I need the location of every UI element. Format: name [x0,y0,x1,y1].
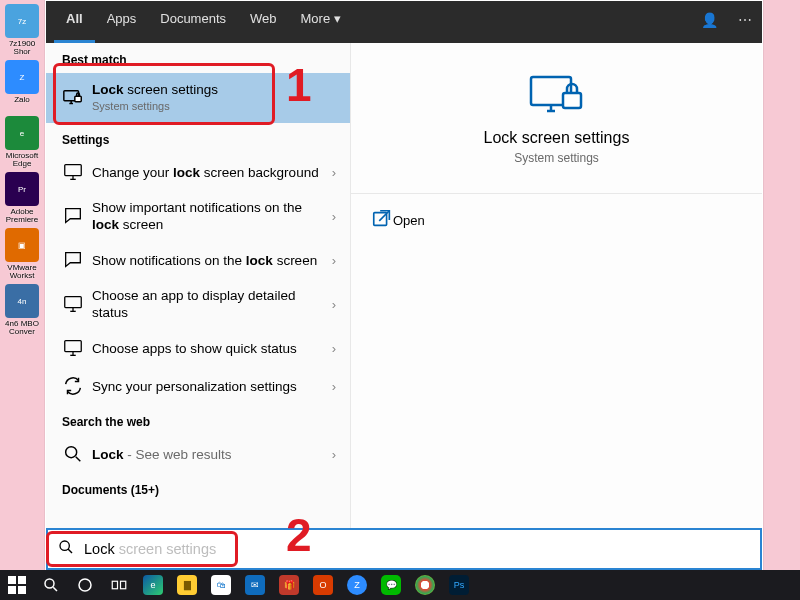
result-change-lock-bg[interactable]: Change your lock screen background › [46,153,350,191]
result-quick-status[interactable]: Choose apps to show quick status › [46,329,350,367]
tab-more[interactable]: More ▾ [289,1,353,43]
chevron-right-icon: › [328,209,340,224]
section-search-web: Search the web [46,405,350,435]
svg-rect-12 [8,586,16,594]
chevron-right-icon: › [328,341,340,356]
chevron-right-icon: › [328,379,340,394]
search-flyout: All Apps Documents Web More ▾ 👤 ⋯ Best m… [45,0,763,571]
result-show-notifications[interactable]: Show notifications on the lock screen › [46,241,350,279]
preview-subtitle: System settings [351,151,762,165]
chevron-right-icon: › [328,447,340,462]
task-view-icon[interactable] [102,570,136,600]
result-sync-personalization[interactable]: Sync your personalization settings › [46,367,350,405]
results-panel: Best match Lock screen settings System s… [46,43,351,528]
desktop-icon[interactable]: 4n4n6 MBO Conver [2,284,42,336]
result-web-lock[interactable]: Lock - See web results › [46,435,350,473]
monitor-icon [62,161,84,183]
svg-rect-16 [112,581,117,589]
svg-rect-10 [8,576,16,584]
svg-rect-11 [18,576,26,584]
preview-title: Lock screen settings [351,129,762,147]
more-options-icon[interactable]: ⋯ [728,1,762,43]
desktop-icon[interactable]: eMicrosoft Edge [2,116,42,168]
desktop-icons-column: 7z7z1900 Shor ZZalo eMicrosoft Edge PrAd… [0,0,48,600]
result-important-notifications[interactable]: Show important notifications on the lock… [46,191,350,241]
svg-point-15 [79,579,91,591]
taskbar-app-store[interactable]: 🛍 [204,570,238,600]
taskbar-search-icon[interactable] [34,570,68,600]
section-settings: Settings [46,123,350,153]
comment-icon [62,205,84,227]
tab-web[interactable]: Web [238,1,289,43]
taskbar-app-explorer[interactable]: ▇ [170,570,204,600]
svg-rect-1 [75,96,81,102]
preview-panel: Lock screen settings System settings Ope… [351,43,762,528]
result-detailed-status[interactable]: Choose an app to display detailed status… [46,279,350,329]
svg-rect-4 [65,341,82,352]
search-icon [58,539,74,559]
taskbar-app-line[interactable]: 💬 [374,570,408,600]
svg-rect-17 [121,581,126,589]
svg-rect-3 [65,297,82,308]
monitor-lock-icon [62,87,84,109]
taskbar-app-edge[interactable]: e [136,570,170,600]
section-documents: Documents (15+) [46,473,350,503]
desktop-icon[interactable]: ZZalo [2,60,42,112]
chevron-right-icon: › [328,165,340,180]
taskbar-app-chrome[interactable] [408,570,442,600]
start-button[interactable] [0,570,34,600]
desktop-icon[interactable]: 7z7z1900 Shor [2,4,42,56]
svg-point-5 [66,447,77,458]
comment-icon [62,249,84,271]
search-box[interactable]: Lock screen settings [46,528,762,570]
preview-open-action[interactable]: Open [351,194,762,247]
tab-apps[interactable]: Apps [95,1,149,43]
cortana-icon[interactable] [68,570,102,600]
svg-rect-13 [18,586,26,594]
search-tabs: All Apps Documents Web More ▾ 👤 ⋯ [46,1,762,43]
lock-screen-hero-icon [527,73,587,117]
taskbar-app-mail[interactable]: ✉ [238,570,272,600]
search-icon [62,443,84,465]
taskbar-app-gift[interactable]: 🎁 [272,570,306,600]
tab-all[interactable]: All [54,1,95,43]
monitor-icon [62,293,84,315]
taskbar-app-office[interactable]: O [306,570,340,600]
taskbar: e ▇ 🛍 ✉ 🎁 O Z 💬 Ps [0,570,800,600]
svg-rect-2 [65,165,82,176]
tab-documents[interactable]: Documents [148,1,238,43]
section-best-match: Best match [46,43,350,73]
desktop-icon[interactable]: ▣VMware Workst [2,228,42,280]
chevron-down-icon: ▾ [334,11,341,26]
result-lock-screen-settings[interactable]: Lock screen settings System settings [46,73,350,123]
taskbar-app-zalo[interactable]: Z [340,570,374,600]
desktop-icon[interactable]: PrAdobe Premiere [2,172,42,224]
svg-point-9 [60,541,69,550]
open-icon [371,208,393,233]
feedback-icon[interactable]: 👤 [691,1,728,43]
monitor-icon [62,337,84,359]
svg-rect-7 [563,93,581,108]
sync-icon [62,375,84,397]
chevron-right-icon: › [328,253,340,268]
svg-point-14 [45,579,54,588]
search-typed-text: Lock screen settings [74,541,216,557]
chevron-right-icon: › [328,297,340,312]
taskbar-app-photoshop[interactable]: Ps [442,570,476,600]
